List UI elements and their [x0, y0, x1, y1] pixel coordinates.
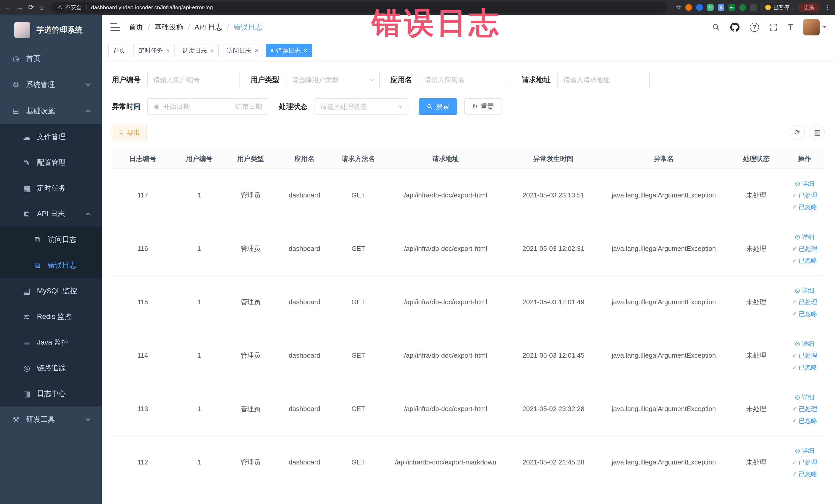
bookmark-star-icon[interactable]: ☆: [675, 3, 681, 11]
sidebar-item-infra[interactable]: ⊞基础设施: [0, 98, 102, 124]
table-row: 1171管理员dashboardGET/api/infra/db-doc/exp…: [112, 169, 825, 222]
home-icon[interactable]: ⌂: [39, 4, 43, 11]
hamburger-icon[interactable]: [110, 23, 120, 31]
sidebar-item-log-center[interactable]: ▥日志中心: [0, 381, 102, 406]
processed-link[interactable]: ✓已处理: [792, 190, 817, 200]
font-size-icon[interactable]: T: [788, 23, 793, 32]
cell-app: dashboard: [276, 222, 333, 275]
sidebar-item-system[interactable]: ⚙系统管理: [0, 72, 102, 98]
extension-icon-red[interactable]: [685, 4, 692, 11]
ignored-link[interactable]: ✓已忽略: [792, 202, 817, 212]
sidebar-item-home[interactable]: ◷首页: [0, 45, 102, 72]
sidebar-item-scheduled-jobs[interactable]: ▦定时任务: [0, 175, 102, 201]
sidebar-item-redis-monitor[interactable]: ≋Redis 监控: [0, 304, 102, 329]
check-icon: ✓: [792, 299, 796, 305]
cell-id: 113: [112, 382, 174, 436]
sidebar-item-api-log[interactable]: ⧉API 日志: [0, 201, 102, 227]
processed-link[interactable]: ✓已处理: [792, 404, 817, 414]
close-icon[interactable]: ×: [304, 47, 307, 54]
sidebar-menu: ◷首页⚙系统管理⊞基础设施☁文件管理✎配置管理▦定时任务⧉API 日志⧉访问日志…: [0, 45, 102, 432]
detail-link[interactable]: ◎详细: [795, 392, 814, 402]
extension-icon-leaf[interactable]: [739, 4, 746, 11]
tab-访问日志[interactable]: 访问日志×: [222, 44, 263, 57]
tab-调度日志[interactable]: 调度日志×: [178, 44, 219, 57]
close-icon[interactable]: ×: [254, 47, 258, 54]
user-menu[interactable]: [803, 19, 826, 36]
eye-icon: ◎: [795, 287, 800, 293]
address-bar[interactable]: ⚠ 不安全 dashboard.yudao.iocoder.cn/infra/l…: [52, 2, 667, 13]
search-icon[interactable]: [712, 23, 720, 31]
breadcrumb-item[interactable]: 首页: [129, 22, 143, 32]
detail-link[interactable]: ◎详细: [795, 232, 814, 242]
breadcrumb-item[interactable]: API 日志: [195, 22, 223, 32]
ignored-link[interactable]: ✓已忽略: [792, 309, 817, 319]
table-toolbar: ⇩ 导出 ⟳ ▥: [112, 125, 825, 140]
extension-icon-blue[interactable]: [696, 4, 703, 11]
sidebar-item-label: 基础设施: [26, 106, 55, 116]
processed-link[interactable]: ✓已处理: [792, 297, 817, 307]
sidebar-item-file-manage[interactable]: ☁文件管理: [0, 124, 102, 150]
cell-user_type: 管理员: [225, 329, 276, 382]
processed-link[interactable]: ✓已处理: [792, 458, 817, 467]
cell-url: /api/infra/db-doc/export-html: [384, 169, 507, 222]
table-body: 1171管理员dashboardGET/api/infra/db-doc/exp…: [112, 169, 825, 489]
cell-user_id: 1: [174, 436, 225, 489]
user-type-select[interactable]: 请选择用户类型: [286, 72, 380, 88]
back-icon[interactable]: ←: [4, 4, 11, 11]
search-button[interactable]: 搜索: [419, 98, 457, 115]
sidebar-item-access-log[interactable]: ⧉访问日志: [0, 227, 102, 253]
forward-icon[interactable]: →: [16, 4, 23, 11]
vue-devtools-icon[interactable]: V: [707, 4, 714, 11]
exception-time-range-picker[interactable]: ▦ 开始日期 - 结束日期: [147, 98, 268, 115]
app-name-input[interactable]: [419, 72, 511, 88]
column-settings-button[interactable]: ▥: [810, 125, 825, 140]
request-url-input[interactable]: [557, 72, 650, 88]
close-icon[interactable]: ×: [210, 47, 214, 54]
column-header: 异常发生时间: [507, 149, 599, 168]
close-icon[interactable]: ×: [166, 47, 170, 54]
help-icon[interactable]: ?: [750, 23, 759, 32]
user-id-input[interactable]: [147, 72, 240, 88]
reset-button[interactable]: ↻ 重置: [464, 98, 502, 115]
cell-time: 2021-05-02 23:32:28: [507, 382, 599, 436]
ignored-link[interactable]: ✓已忽略: [792, 363, 817, 372]
extensions-puzzle-icon[interactable]: [750, 4, 757, 11]
sidebar-item-trace[interactable]: ◎链路追踪: [0, 355, 102, 381]
detail-link[interactable]: ◎详细: [795, 339, 814, 349]
paused-badge[interactable]: 已暂停: [761, 3, 794, 12]
reload-icon[interactable]: ⟳: [28, 4, 34, 11]
sidebar-item-dev-tools[interactable]: ⚒研发工具: [0, 406, 102, 432]
ignored-link[interactable]: ✓已忽略: [792, 469, 817, 479]
sidebar-item-config-manage[interactable]: ✎配置管理: [0, 150, 102, 175]
ignored-link[interactable]: ✓已忽略: [792, 256, 817, 265]
extension-icon-on[interactable]: on: [729, 4, 735, 11]
processed-link[interactable]: ✓已处理: [792, 244, 817, 254]
github-icon[interactable]: [730, 23, 739, 32]
extension-icon-grid[interactable]: ▦: [718, 4, 725, 11]
ignored-link[interactable]: ✓已忽略: [792, 416, 817, 426]
detail-link[interactable]: ◎详细: [795, 179, 814, 188]
cell-url: /api/infra/db-doc/export-html: [384, 329, 507, 382]
update-button[interactable]: 更新: [798, 3, 820, 12]
sidebar-item-java-monitor[interactable]: ☕Java 监控: [0, 329, 102, 355]
fullscreen-icon[interactable]: [769, 23, 777, 31]
sidebar-item-label: 配置管理: [37, 158, 66, 167]
processed-link[interactable]: ✓已处理: [792, 351, 817, 361]
dashboard-icon: ◷: [11, 54, 21, 63]
tab-错误日志[interactable]: 错误日志×: [266, 44, 312, 57]
sidebar-item-error-log[interactable]: ⧉错误日志: [0, 253, 102, 278]
detail-link[interactable]: ◎详细: [795, 285, 814, 295]
sidebar-item-mysql-monitor[interactable]: ▤MySQL 监控: [0, 278, 102, 304]
kebab-menu-icon[interactable]: ⋮: [824, 3, 831, 11]
tab-定时任务[interactable]: 定时任务×: [134, 44, 175, 57]
refresh-button[interactable]: ⟳: [790, 125, 805, 140]
logo[interactable]: 芋道管理系统: [0, 15, 102, 45]
export-button[interactable]: ⇩ 导出: [112, 125, 147, 140]
list-icon: ▦: [22, 184, 31, 193]
status-select[interactable]: 请选择处理状态: [314, 98, 408, 115]
detail-link[interactable]: ◎详细: [795, 446, 814, 456]
breadcrumb-item[interactable]: 基础设施: [155, 22, 183, 32]
tab-首页[interactable]: 首页: [108, 44, 130, 57]
exception-time-label: 异常时间: [112, 102, 141, 112]
cell-operations: ◎详细✓已处理✓已忽略: [785, 436, 825, 489]
